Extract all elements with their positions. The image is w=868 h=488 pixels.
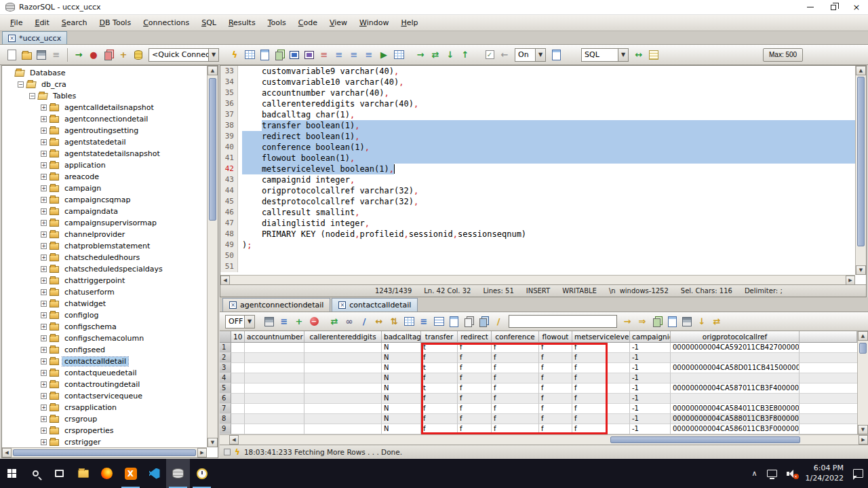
cell[interactable]: f [539, 383, 572, 394]
taskbar-search-icon[interactable] [24, 459, 47, 488]
tray-expand-icon[interactable]: ∧ [747, 459, 762, 488]
tree-item-campaignsupervisormap[interactable]: +campaignsupervisormap [3, 217, 207, 229]
taskbar-task-view-icon[interactable] [47, 459, 71, 488]
cell[interactable] [304, 373, 382, 383]
scroll-down-icon[interactable]: ▼ [858, 425, 868, 434]
scroll-up-icon[interactable]: ▲ [858, 331, 868, 341]
cell[interactable]: f [572, 394, 630, 404]
tree-item-agentstatedetail[interactable]: +agentstatedetail [3, 136, 207, 148]
open-file-icon[interactable] [19, 48, 34, 62]
cell[interactable] [245, 383, 304, 394]
cell[interactable]: f [572, 383, 630, 394]
code-line-49[interactable]: 49); [220, 240, 855, 250]
expand-icon[interactable]: + [41, 266, 47, 272]
code-text[interactable]: callresult smallint, [238, 207, 855, 218]
cell[interactable]: f [539, 414, 572, 424]
save-results-icon[interactable] [262, 315, 277, 329]
cell[interactable] [671, 394, 800, 404]
editor-mode-dropdown[interactable]: SQL▼ [581, 48, 629, 62]
cell[interactable]: t [421, 343, 458, 353]
cell[interactable]: f [421, 373, 458, 383]
go-up-icon[interactable]: ↑ [458, 48, 473, 62]
close-tab-icon[interactable]: × [338, 301, 346, 309]
menu-view[interactable]: View [325, 16, 352, 29]
expand-icon[interactable]: + [41, 231, 47, 238]
close-tab-icon[interactable]: × [8, 35, 16, 42]
monitor-dropdown[interactable]: OFF▼ [225, 315, 255, 329]
results-horizontal-scrollbar[interactable]: ◀ ▶ [220, 434, 868, 445]
code-text[interactable]: PRIMARY KEY (nodeid,profileid,sessionid,… [238, 229, 855, 240]
tab-uccx-uccx[interactable]: × *uccx_uccx [2, 31, 67, 44]
cell[interactable] [304, 424, 382, 434]
cell[interactable]: f [492, 404, 539, 414]
cell[interactable]: 00000000004CA58D011CB41500000000 [671, 363, 800, 373]
tree-item-Tables[interactable]: −Tables [3, 90, 207, 102]
cell[interactable] [245, 394, 304, 404]
code-text[interactable]: metservicelevel boolean(1), [238, 164, 855, 174]
code-line-37[interactable]: 37 badcalltag char(1), [220, 109, 855, 120]
cell[interactable] [231, 373, 245, 383]
format-indent-icon[interactable]: ≡ [332, 48, 347, 62]
tree-item-configseed[interactable]: +configseed [3, 344, 207, 356]
code-text[interactable]: conference boolean(1), [238, 142, 855, 153]
row-number[interactable]: 8 [220, 414, 231, 424]
taskbar-razorsql-icon[interactable] [166, 459, 190, 488]
format-outdent-icon[interactable]: ≡ [361, 48, 376, 62]
expand-icon[interactable]: + [41, 220, 47, 226]
code-line-33[interactable]: 33 customvariable9 varchar(40), [220, 66, 855, 77]
cell[interactable] [231, 414, 245, 424]
expand-icon[interactable]: + [41, 128, 47, 134]
code-text[interactable]: callerentereddigits varchar(40), [238, 98, 855, 109]
cell[interactable]: -1 [630, 363, 671, 373]
filter-results-icon[interactable]: ≡ [277, 315, 292, 329]
auto-commit-dropdown[interactable]: On▼ [515, 48, 546, 62]
column-header-conference[interactable]: conference [492, 331, 539, 343]
cell[interactable]: 00000000004CA592011CB42700000000 [671, 343, 800, 353]
code-line-51[interactable]: 51 [220, 261, 855, 272]
cell[interactable]: f [539, 373, 572, 383]
cell[interactable]: N [382, 414, 421, 424]
tree-item-label[interactable]: configseed [62, 345, 107, 354]
edit-cell-icon[interactable]: / [357, 315, 372, 329]
tree-item-agentroutingsetting[interactable]: +agentroutingsetting [3, 125, 207, 136]
close-connection-icon[interactable] [101, 48, 116, 62]
tree-item-label[interactable]: campaigncsqmap [62, 195, 132, 204]
search-input[interactable] [509, 315, 617, 328]
cell[interactable]: f [458, 414, 492, 424]
column-header-redirect[interactable]: redirect [458, 331, 492, 343]
tree-item-areacode[interactable]: +areacode [3, 171, 207, 183]
taskbar-firefox-icon[interactable] [95, 459, 119, 488]
cell[interactable]: t [421, 363, 458, 373]
tree-item-chatproblemstatement[interactable]: +chatproblemstatement [3, 240, 207, 252]
tree-item-label[interactable]: chatproblemstatement [62, 242, 152, 250]
row-number[interactable]: 3 [220, 363, 231, 373]
chevron-down-icon[interactable]: ▼ [244, 316, 254, 328]
chevron-down-icon[interactable]: ▼ [535, 49, 545, 61]
copy-with-headers-icon[interactable] [476, 315, 491, 329]
menu-connections[interactable]: Connections [138, 16, 194, 29]
expand-icon[interactable]: + [41, 139, 47, 145]
cell[interactable]: f [539, 353, 572, 363]
select-columns-icon[interactable] [431, 315, 446, 329]
file-tree-icon[interactable]: ≡ [49, 48, 64, 62]
results-hscroll-thumb[interactable] [610, 436, 800, 443]
tree-item-label[interactable]: db_cra [39, 80, 68, 89]
chevron-down-icon[interactable]: ▼ [208, 49, 218, 61]
tree-item-label[interactable]: channelprovider [62, 230, 127, 239]
tree-item-configschema[interactable]: +configschema [3, 321, 207, 333]
save-grid-icon[interactable] [679, 315, 694, 329]
scroll-up-icon[interactable]: ▲ [856, 66, 866, 75]
tree-item-chatscheduledspecialdays[interactable]: +chatscheduledspecialdays [3, 263, 207, 275]
code-line-45[interactable]: 45 destprotocolcallref varchar(32), [220, 196, 855, 207]
taskbar-xampp-icon[interactable]: X [119, 459, 142, 488]
tree-item-contactroutingdetail[interactable]: +contactroutingdetail [3, 379, 207, 390]
reload-icon[interactable]: ⇄ [428, 48, 443, 62]
tree-item-label[interactable]: chatscheduledspecialdays [62, 265, 165, 274]
expand-icon[interactable]: + [41, 324, 47, 330]
table-row[interactable]: 8Nfffff-100000000004CA588011CB3F80000000… [220, 414, 857, 424]
cell[interactable]: -1 [630, 424, 671, 434]
tree-item-agentcalldetailsnapshot[interactable]: +agentcalldetailsnapshot [3, 102, 207, 113]
tree-item-label[interactable]: configlog [62, 311, 100, 320]
cell[interactable]: f [421, 414, 458, 424]
expand-icon[interactable]: + [41, 393, 47, 399]
